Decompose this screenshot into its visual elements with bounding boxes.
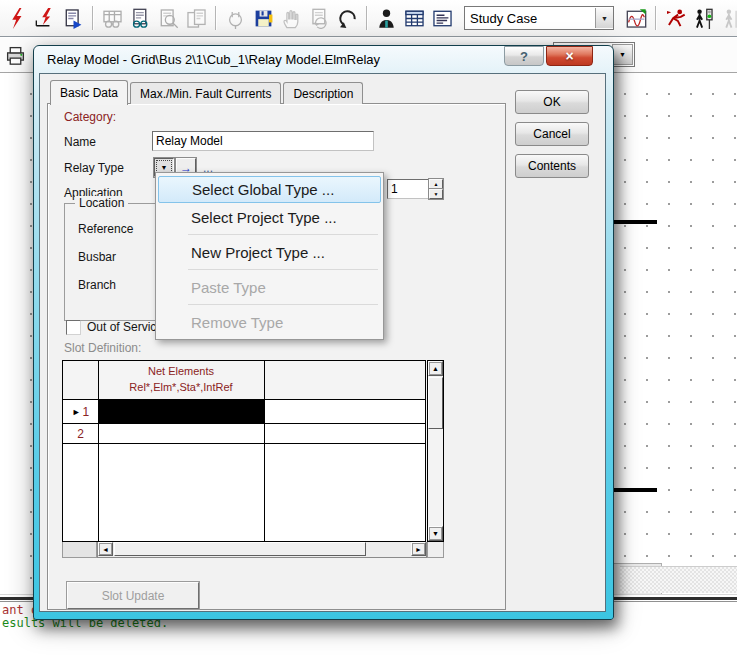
table-corner-cell xyxy=(62,542,97,558)
name-label: Name xyxy=(64,135,96,149)
freeze-mode-icon[interactable] xyxy=(278,5,304,31)
run-calculation-icon[interactable] xyxy=(662,5,688,31)
row-number-cell[interactable]: 2 xyxy=(63,424,98,443)
canvas-scrollbar-track[interactable] xyxy=(620,566,737,593)
relay-type-context-menu: Select Global Type ...Select Project Typ… xyxy=(155,172,384,340)
column-divider xyxy=(98,361,99,541)
row-number: 1 xyxy=(83,405,90,419)
undo-icon[interactable] xyxy=(334,5,360,31)
scroll-left-button[interactable]: ◄ xyxy=(98,542,113,556)
user-settings-icon[interactable] xyxy=(373,5,399,31)
tab-description[interactable]: Description xyxy=(283,82,363,104)
short-circuit-icon[interactable] xyxy=(4,5,30,31)
save-icon[interactable] xyxy=(250,5,276,31)
application-spinner-input[interactable] xyxy=(387,179,429,199)
menu-separator xyxy=(188,234,378,235)
spinner-down-button[interactable]: ▼ xyxy=(429,189,443,199)
plot-icon[interactable] xyxy=(623,5,649,31)
location-reference-label: Reference xyxy=(78,222,133,236)
table-corner-cell xyxy=(427,542,444,558)
toolbar-separator xyxy=(92,6,93,30)
relay-trip-icon[interactable] xyxy=(32,5,58,31)
slot-definition-label: Slot Definition: xyxy=(64,341,141,355)
relay-type-label: Relay Type xyxy=(64,161,124,175)
horizontal-scroll-thumb[interactable] xyxy=(114,542,366,556)
toolbar-separator xyxy=(366,6,367,30)
slot-update-button[interactable]: Slot Update xyxy=(67,582,199,609)
close-button[interactable]: × xyxy=(546,46,593,66)
contents-button[interactable]: Contents xyxy=(515,154,589,178)
reconnect-icon[interactable] xyxy=(222,5,248,31)
menu-item-remove-type[interactable]: Remove Type xyxy=(158,308,381,336)
current-row-marker-icon: ► xyxy=(72,407,81,417)
menu-item-select-project-type[interactable]: Select Project Type ... xyxy=(158,203,381,231)
dialog-client-area: Basic DataMax./Min. Fault CurrentsDescri… xyxy=(39,73,606,612)
help-button[interactable]: ? xyxy=(504,46,544,66)
scroll-right-button[interactable]: ► xyxy=(411,542,426,556)
menu-separator xyxy=(188,269,378,270)
location-busbar-label: Busbar xyxy=(78,250,116,264)
grid-preview-icon[interactable] xyxy=(99,5,125,31)
edit-relevant-objects-icon[interactable] xyxy=(60,5,86,31)
location-legend: Location xyxy=(75,196,128,210)
print-icon[interactable] xyxy=(2,42,28,68)
main-toolbar: Study Case▼ xyxy=(0,0,737,37)
toolbar-separator xyxy=(215,6,216,30)
dialog-title: Relay Model - Grid\Bus 2\1\Cub_1\Relay M… xyxy=(47,52,380,67)
verify-icon[interactable] xyxy=(690,5,716,31)
table-body[interactable]: Net Elements Rel*,Elm*,Sta*,IntRef ►12 xyxy=(62,360,426,542)
copy-pages-icon[interactable] xyxy=(183,5,209,31)
column-divider xyxy=(264,361,265,541)
edit-browse-data-icon[interactable] xyxy=(127,5,153,31)
table-header: Net Elements Rel*,Elm*,Sta*,IntRef xyxy=(63,361,425,400)
menu-separator xyxy=(188,304,378,305)
vertical-scrollbar[interactable]: ▲ ▼ xyxy=(427,360,444,542)
horizontal-scrollbar[interactable]: ◄ ► xyxy=(97,542,427,558)
tab-basic-data[interactable]: Basic Data xyxy=(50,80,128,105)
table-header-subtitle: Rel*,Elm*,Sta*,IntRef xyxy=(98,379,264,395)
step-icon[interactable] xyxy=(718,5,737,31)
menu-item-select-global-type[interactable]: Select Global Type ... xyxy=(158,176,381,203)
toolbar-separator xyxy=(655,6,656,30)
study-case-value: Study Case xyxy=(465,11,595,26)
row-divider xyxy=(63,423,425,424)
slot-definition-table: Net Elements Rel*,Elm*,Sta*,IntRef ►12 ▲… xyxy=(62,360,444,558)
page-history-icon[interactable] xyxy=(306,5,332,31)
spinner-up-button[interactable]: ▲ xyxy=(429,179,443,189)
out-of-service-checkbox[interactable] xyxy=(66,320,81,335)
cancel-button[interactable]: Cancel xyxy=(515,122,589,146)
row-number-cell[interactable]: ►1 xyxy=(63,400,98,423)
variable-table-icon[interactable] xyxy=(401,5,427,31)
row-number: 2 xyxy=(77,427,84,441)
menu-item-new-project-type[interactable]: New Project Type ... xyxy=(158,238,381,266)
output-window-icon[interactable] xyxy=(429,5,455,31)
name-input[interactable] xyxy=(152,131,374,151)
combo-dropdown-icon[interactable]: ▼ xyxy=(595,8,613,28)
tab-max-min-fault-currents[interactable]: Max./Min. Fault Currents xyxy=(130,82,281,104)
object-search-icon[interactable] xyxy=(155,5,181,31)
scroll-up-button[interactable]: ▲ xyxy=(428,361,443,376)
combo-dropdown-icon[interactable]: ▼ xyxy=(612,44,633,65)
out-of-service-label: Out of Service xyxy=(87,320,163,334)
ok-button[interactable]: OK xyxy=(515,90,589,114)
location-branch-label: Branch xyxy=(78,278,116,292)
vertical-scroll-thumb[interactable] xyxy=(428,377,443,429)
study-case-combo[interactable]: Study Case▼ xyxy=(464,6,614,30)
row-divider xyxy=(63,443,425,444)
selected-cell[interactable] xyxy=(99,400,264,423)
scroll-down-button[interactable]: ▼ xyxy=(428,526,443,541)
menu-item-paste-type[interactable]: Paste Type xyxy=(158,273,381,301)
category-label: Category: xyxy=(64,110,116,124)
table-header-title: Net Elements xyxy=(98,363,264,379)
